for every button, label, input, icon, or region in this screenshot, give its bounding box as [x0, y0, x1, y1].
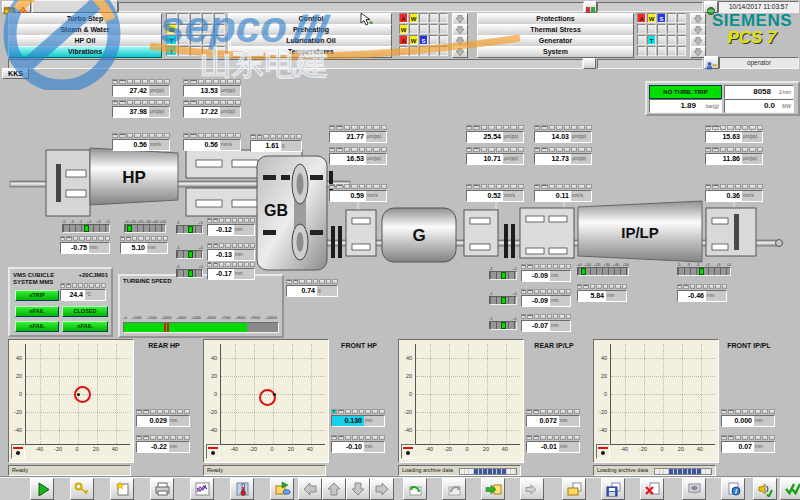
plot-front-hp-readout-1-value-box: -0.10mm — [331, 441, 385, 453]
toolbar-screen-import-button[interactable] — [481, 478, 505, 500]
plot-ytick: 20 — [204, 373, 217, 379]
info-icon: i — [725, 481, 742, 497]
plot-ytick: 0 — [204, 391, 217, 397]
user-icon[interactable] — [704, 56, 719, 69]
speed-scale-tick: +8000 — [236, 316, 246, 321]
speed-scale-tick: +5000 — [191, 316, 201, 321]
plot-front-hp-readout-0-seg-0: T — [331, 409, 337, 414]
vib-gb-output-2-seg-3 — [351, 184, 357, 189]
alarm-badge-t-vibrations: T — [166, 46, 177, 56]
toolbar-screen-forward-button[interactable] — [520, 478, 544, 500]
axial-gen-1-seg-0 — [521, 264, 526, 269]
toolbar-redo-button[interactable] — [442, 478, 466, 500]
vms-fail-a-button[interactable]: nFAIL — [15, 306, 59, 317]
toolbar-open-archive-button[interactable] — [562, 478, 586, 500]
vms-strip-button[interactable]: sTRIP — [15, 290, 59, 301]
plot-area-front-hp[interactable] — [220, 344, 325, 445]
hp-label: HP — [122, 168, 146, 187]
menu-button-system[interactable]: System — [477, 46, 634, 58]
badge-cell-empty — [667, 35, 676, 45]
toolbar-acknowledge-all-button[interactable] — [780, 478, 800, 500]
plot-statusbar-front-ip-pl: Loading archive data — [593, 465, 716, 476]
toolbar-trend-button[interactable] — [190, 478, 214, 500]
toolbar-audio-ack-button[interactable] — [753, 478, 777, 500]
toolbar-nav-left-button[interactable] — [298, 478, 322, 500]
vms-closed-button[interactable]: CLOSED — [62, 306, 108, 317]
plot-front-ip-pl-readout-1-seg-3 — [742, 435, 748, 440]
plot-area-rear-hp[interactable] — [25, 344, 130, 445]
accel-gb-top-seg-2 — [263, 134, 269, 139]
axial-gen-3-seg-2 — [534, 314, 539, 319]
screen-tab[interactable] — [32, 0, 118, 13]
toolbar-info-button[interactable]: i — [721, 478, 745, 500]
toolbar-delete-archive-button[interactable] — [640, 478, 664, 500]
badge-cell-empty — [399, 46, 408, 56]
toolbar-nav-down-button[interactable] — [346, 478, 370, 500]
axial-hp-left-seg-7 — [105, 236, 110, 241]
speed-value: 8058 — [753, 86, 771, 98]
progress-cell — [511, 469, 516, 474]
badge-cell-empty — [190, 24, 201, 34]
vib-iplp-rear-0-unit: µm(pp) — [742, 132, 762, 142]
vib-gb-output-2-value-box: 0.59mm/s — [329, 190, 387, 202]
plot-legend-icon[interactable] — [596, 444, 610, 459]
plot-legend-icon[interactable] — [401, 444, 415, 459]
vib-gen-front-1-unit: µm(pp) — [571, 154, 591, 164]
menu-expand-arrow-temperatures[interactable] — [452, 46, 468, 58]
accel-gb-bottom-seg-0 — [286, 279, 292, 284]
kks-button[interactable]: KKS — [2, 68, 29, 79]
toolbar-thermometer-button[interactable] — [230, 478, 254, 500]
menu-button-vibrations[interactable]: Vibrations — [8, 46, 162, 58]
accel-gb-top: 1.61g — [250, 134, 302, 152]
axial-iplp-left-seg-6 — [615, 284, 620, 289]
plot-xtick: 0 — [656, 446, 668, 452]
plot-legend-icon[interactable] — [206, 444, 220, 459]
plot-front-ip-pl-readout-1-seg-2 — [735, 435, 741, 440]
status-split-icon[interactable] — [583, 58, 596, 69]
badge-cell-empty — [429, 46, 438, 56]
vib-gb-output-1-seg-4 — [359, 147, 365, 152]
speed-scale-tick: +6000 — [206, 316, 216, 321]
power-value: 0.0 — [764, 100, 775, 112]
plot-front-hp-readout-0-seg-5 — [365, 409, 371, 414]
vib-iplp-rear-1-seg-7 — [757, 147, 763, 152]
accel-gb-bottom-seg-6 — [326, 279, 332, 284]
toolbar-nav-right-button[interactable] — [370, 478, 394, 500]
toolbar-archive-export-button[interactable] — [270, 478, 294, 500]
vib-gen-front-2-seg-4 — [564, 184, 570, 189]
badge-cell-empty — [178, 35, 189, 45]
toolbar-key-button[interactable] — [70, 478, 94, 500]
plot-gridline — [611, 430, 715, 431]
toolbar-undo-button[interactable] — [403, 478, 427, 500]
accel-gb-bottom-value-box: 0.74g — [286, 285, 338, 297]
trend-panel-front-ip-pl: FRONT IP/PL-40-200204040200-20-40Loading… — [593, 337, 783, 477]
vib-iplp-rear-2-seg-4 — [735, 184, 741, 189]
message-split-icon[interactable] — [584, 1, 597, 13]
toolbar-play-button[interactable] — [30, 478, 54, 500]
badge-cell-empty — [202, 46, 213, 56]
delete-archive-icon — [644, 481, 661, 497]
plot-area-front-ip-pl[interactable] — [610, 344, 715, 445]
badge-cell-empty — [166, 13, 177, 23]
alarm-badge-a-lubrication-oil: A — [399, 35, 408, 45]
toolbar-nav-up-button[interactable] — [322, 478, 346, 500]
project-icon[interactable] — [2, 1, 17, 13]
plot-legend-icon[interactable] — [11, 444, 25, 459]
axial-iplp-right-seg-7 — [722, 284, 727, 289]
center-dot-rear-hp — [77, 393, 80, 396]
vib-hp-rear-2-unit: mm/s — [220, 140, 240, 150]
menu-button-temperatures[interactable]: Temperatures — [230, 46, 392, 58]
vms-fail-c-button[interactable]: nFAIL — [62, 321, 108, 332]
axial-gb-1-seg-4 — [232, 218, 237, 223]
toolbar-print-button[interactable] — [150, 478, 174, 500]
toolbar-monitor-button[interactable] — [682, 478, 706, 500]
toolbar-new-screen-button[interactable] — [110, 478, 134, 500]
operator-field[interactable]: operator — [719, 57, 799, 69]
toolbar-save-archive-button[interactable] — [601, 478, 625, 500]
alarm-icon[interactable] — [16, 1, 31, 13]
plot-area-rear-ip-lp[interactable] — [415, 344, 520, 445]
gen-rear-bearing — [346, 210, 376, 256]
axial-gb-3: -0.17mm — [207, 262, 255, 280]
vms-fail-b-button[interactable]: nFAIL — [15, 321, 59, 332]
plot-loading-progress — [459, 468, 517, 475]
